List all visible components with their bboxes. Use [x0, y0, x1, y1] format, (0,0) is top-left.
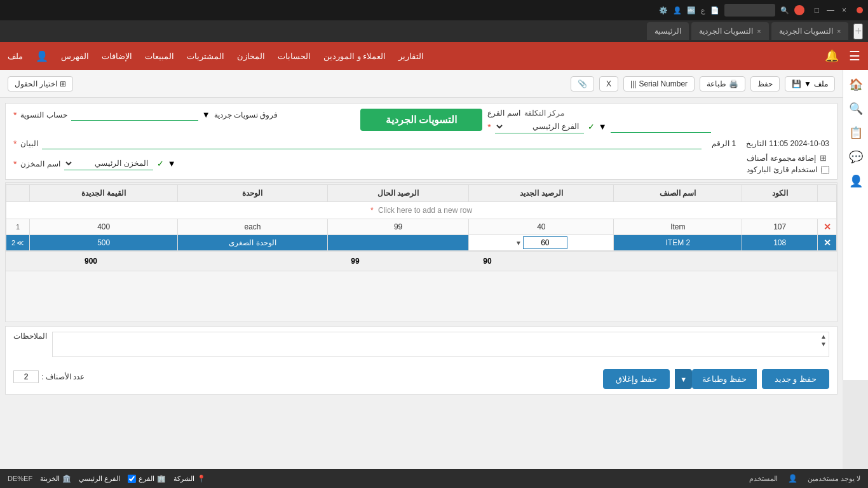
save-print-btn[interactable]: حفظ وطباعة [692, 369, 757, 389]
print-btn[interactable]: 🖨️ طباعة [700, 76, 745, 92]
delete-row-1-btn[interactable]: ✕ [824, 222, 831, 232]
add-row-hint-row[interactable]: Click here to add a new row * [6, 202, 837, 219]
attachment-btn[interactable]: 📎 [571, 76, 594, 92]
nav-left: التقارير العملاء و الموردين الحسابات الم… [8, 50, 424, 62]
scroll-down-btn[interactable]: ▼ [820, 341, 827, 348]
bell-icon[interactable]: 🔔 [825, 49, 839, 63]
scroll-up-btn[interactable]: ▲ [820, 333, 827, 341]
sidebar-user-icon[interactable]: 👤 [849, 174, 863, 188]
col-header-unit: الوحدة [178, 185, 328, 202]
close-btn[interactable]: × [842, 6, 846, 15]
nav-reports[interactable]: التقارير [398, 51, 424, 61]
nav-sales[interactable]: المبيعات [145, 51, 174, 61]
tab-inv1-close[interactable]: × [757, 27, 761, 35]
right-sidebar: 🏠 🔍 📋 💬 👤 [843, 70, 868, 380]
address-bar[interactable] [724, 4, 775, 17]
row2-new-balance-input[interactable] [523, 236, 567, 249]
nav-accounts[interactable]: الحسابات [278, 51, 311, 61]
nav-clients[interactable]: العملاء و الموردين [323, 51, 386, 61]
count-label: عدد الأصناف : [41, 372, 85, 381]
total-unit-spacer [157, 254, 289, 268]
branch-status-label: الفرع [139, 475, 154, 483]
total-new-value: 900 [25, 254, 157, 268]
tab-inv2[interactable]: × التسويات الجردية [771, 22, 849, 40]
currency-label: DE%EF [8, 475, 32, 482]
notes-input[interactable] [42, 137, 701, 149]
status-bar: لا يوجد مستخدمين 👤 المستخدم 📍 الشركة 🏢 ا… [0, 469, 868, 488]
col-header-new-value: القيمة الجديدة [30, 185, 178, 202]
tab-inv1[interactable]: × التسويات الجردية [691, 22, 769, 40]
profile-icon[interactable]: 👤 [36, 50, 48, 62]
use-barcode-checkbox[interactable] [821, 166, 829, 174]
save-new-btn[interactable]: حفظ و جديد [762, 369, 829, 389]
add-group-label: إضافة مجموعة أصناف [747, 154, 816, 163]
excel-export-btn[interactable]: X [599, 76, 618, 92]
toolbar-icon-search[interactable]: 🔍 [780, 6, 789, 15]
branch-icon: 🏢 [157, 475, 166, 483]
save-close-btn[interactable]: حفظ وإغلاق [603, 369, 670, 389]
row2-new-balance-cell[interactable]: ▼ [470, 236, 612, 249]
nav-additions[interactable]: الإضافات [102, 51, 132, 61]
settlement-account-input[interactable] [71, 109, 198, 121]
sidebar-search-icon[interactable]: 🔍 [849, 102, 863, 116]
toolbar: ملف ▼ 💾 حفظ 🖨️ طباعة Serial Number ||| X… [0, 70, 843, 98]
add-row-asterisk: * [370, 206, 374, 215]
save-btn[interactable]: حفظ [750, 76, 780, 92]
new-tab-btn[interactable]: + [853, 24, 863, 39]
sidebar-chat-icon[interactable]: 💬 [849, 150, 863, 164]
row1-new-balance: 40 [469, 219, 614, 235]
warehouse-label: اسم المخزن [20, 159, 60, 168]
grid-icon: ⊞ [60, 79, 66, 88]
col-header-new-balance: الرصيد الجديد [469, 185, 614, 202]
hamburger-menu-icon[interactable]: ☰ [849, 48, 860, 64]
file-dropdown[interactable]: ملف ▼ 💾 [785, 76, 835, 92]
tab-inv2-label: التسويات الجردية [779, 27, 833, 36]
action-buttons: حفظ و جديد حفظ وطباعة ▼ حفظ وإغلاق [603, 369, 829, 389]
nav-profile[interactable]: ملف [8, 51, 23, 61]
save-print-dropdown-btn[interactable]: ▼ [675, 369, 692, 389]
select-fields-btn[interactable]: ⊞ اختيار الحقول [8, 76, 73, 92]
total-current-balance: 99 [289, 254, 421, 268]
toolbar-icon-user: 👤 [673, 6, 682, 15]
tab-inv2-close[interactable]: × [837, 27, 841, 35]
settlement-dropdown-icon[interactable]: ▼ [202, 110, 210, 119]
warehouse-select[interactable]: المخزن الرئيسي [64, 157, 153, 170]
add-row-hint-text: Click here to add a new row [378, 206, 472, 215]
row1-new-value: 400 [30, 219, 178, 235]
total-new-balance: 90 [421, 254, 553, 268]
serial-number-btn[interactable]: Serial Number ||| [623, 76, 695, 92]
row2-current-balance [327, 235, 469, 251]
app-icon [794, 5, 804, 15]
notes-textarea[interactable] [52, 332, 829, 357]
title-banner: التسويات الجردية [360, 109, 482, 131]
col-header-row-num [6, 185, 30, 202]
sidebar-doc-icon[interactable]: 📋 [849, 126, 863, 140]
delete-row-2-btn[interactable]: ✕ [824, 238, 831, 248]
row2-expand-icon[interactable]: ≫ [17, 239, 24, 247]
cost-center-input[interactable] [611, 121, 711, 133]
maximize-btn[interactable]: □ [815, 6, 819, 15]
branch-expand-icon[interactable]: ▼ [599, 122, 607, 132]
date-label: التاريخ [746, 139, 766, 148]
warehouse-status-label: الخزينة [40, 475, 60, 483]
add-group-icon[interactable]: ⊞ [820, 153, 827, 163]
settlement-account-value: فروق تسويات جردية [214, 111, 278, 119]
nav-purchases[interactable]: المشتريات [187, 51, 224, 61]
tab-home[interactable]: الرئيسية [647, 22, 689, 40]
status-left: لا يوجد مستخدمين 👤 المستخدم [749, 474, 860, 483]
tab-bar: + × التسويات الجردية × التسويات الجردية … [0, 20, 868, 42]
table-container: الكود اسم الصنف الرصيد الجديد الرصيد الح… [5, 182, 837, 252]
warehouse-expand-icon[interactable]: ▼ [168, 159, 176, 168]
sidebar-home-icon[interactable]: 🏠 [849, 78, 863, 92]
cell-dropdown-arrow[interactable]: ▼ [515, 240, 522, 247]
toolbar-right: ⊞ اختيار الحقول [8, 76, 73, 92]
notes-bottom-label: الملاحظات [13, 332, 47, 341]
nav-warehouses[interactable]: المخازن [237, 51, 265, 61]
number-label: الرقم [712, 139, 729, 148]
minimize-btn[interactable]: — [827, 6, 834, 15]
branch-select[interactable]: الفرع الرئيسي [495, 120, 584, 133]
nav-index[interactable]: الفهرس [61, 51, 89, 61]
branch-checkbox[interactable] [128, 475, 136, 483]
tab-home-label: الرئيسية [654, 27, 681, 36]
print-label: طباعة [707, 79, 726, 88]
